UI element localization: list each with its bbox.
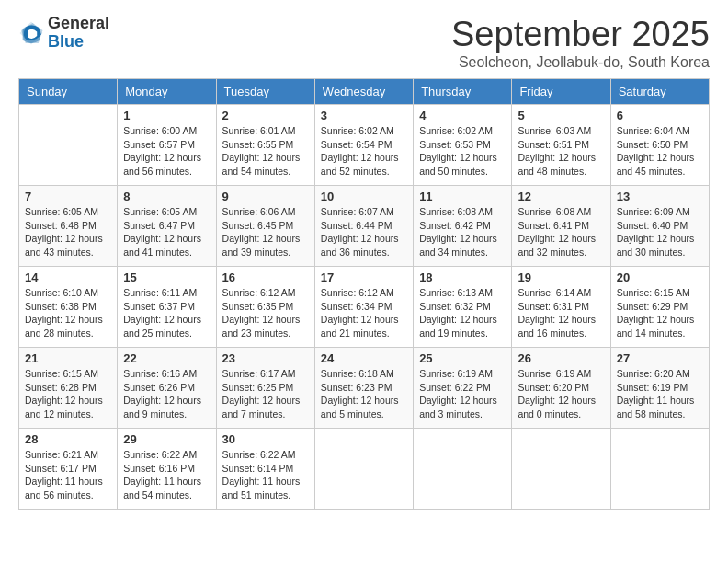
day-number: 23 — [222, 351, 309, 365]
calendar-header-row: SundayMondayTuesdayWednesdayThursdayFrid… — [19, 79, 710, 105]
day-info: Sunrise: 6:08 AM Sunset: 6:41 PM Dayligh… — [518, 205, 604, 259]
logo-blue: Blue — [48, 33, 109, 52]
calendar-cell: 11Sunrise: 6:08 AM Sunset: 6:42 PM Dayli… — [414, 186, 512, 267]
calendar-week-3: 14Sunrise: 6:10 AM Sunset: 6:38 PM Dayli… — [19, 267, 710, 348]
day-number: 11 — [419, 190, 506, 203]
month-title: September 2025 — [451, 15, 710, 54]
day-number: 20 — [617, 270, 703, 284]
calendar-cell: 25Sunrise: 6:19 AM Sunset: 6:22 PM Dayli… — [414, 348, 512, 429]
calendar-cell: 2Sunrise: 6:01 AM Sunset: 6:55 PM Daylig… — [216, 105, 314, 186]
day-info: Sunrise: 6:18 AM Sunset: 6:23 PM Dayligh… — [321, 367, 407, 421]
day-info: Sunrise: 6:15 AM Sunset: 6:28 PM Dayligh… — [25, 367, 111, 421]
day-number: 26 — [518, 351, 604, 365]
calendar-header-tuesday: Tuesday — [216, 79, 314, 105]
day-info: Sunrise: 6:05 AM Sunset: 6:48 PM Dayligh… — [25, 205, 111, 259]
calendar-header-friday: Friday — [512, 79, 610, 105]
calendar-week-4: 21Sunrise: 6:15 AM Sunset: 6:28 PM Dayli… — [19, 348, 710, 429]
day-number: 30 — [222, 432, 309, 446]
calendar-header-wednesday: Wednesday — [314, 79, 413, 105]
calendar-cell: 1Sunrise: 6:00 AM Sunset: 6:57 PM Daylig… — [118, 105, 216, 186]
day-info: Sunrise: 6:19 AM Sunset: 6:22 PM Dayligh… — [419, 367, 506, 421]
day-number: 9 — [222, 190, 309, 203]
calendar-cell — [610, 429, 709, 510]
calendar-week-2: 7Sunrise: 6:05 AM Sunset: 6:48 PM Daylig… — [19, 186, 710, 267]
day-info: Sunrise: 6:09 AM Sunset: 6:40 PM Dayligh… — [617, 205, 703, 259]
day-number: 25 — [419, 351, 506, 365]
calendar-cell: 16Sunrise: 6:12 AM Sunset: 6:35 PM Dayli… — [216, 267, 314, 348]
day-number: 4 — [419, 109, 506, 122]
day-number: 8 — [123, 190, 210, 203]
day-info: Sunrise: 6:08 AM Sunset: 6:42 PM Dayligh… — [419, 205, 506, 259]
day-number: 24 — [321, 351, 407, 365]
calendar-cell: 4Sunrise: 6:02 AM Sunset: 6:53 PM Daylig… — [414, 105, 512, 186]
day-info: Sunrise: 6:10 AM Sunset: 6:38 PM Dayligh… — [25, 286, 111, 340]
calendar-table: SundayMondayTuesdayWednesdayThursdayFrid… — [18, 78, 710, 510]
calendar-cell: 27Sunrise: 6:20 AM Sunset: 6:19 PM Dayli… — [610, 348, 709, 429]
calendar-cell — [19, 105, 118, 186]
logo-general: General — [48, 15, 109, 33]
calendar-cell: 9Sunrise: 6:06 AM Sunset: 6:45 PM Daylig… — [216, 186, 314, 267]
day-info: Sunrise: 6:12 AM Sunset: 6:35 PM Dayligh… — [222, 286, 309, 340]
day-number: 27 — [617, 351, 703, 365]
day-number: 29 — [123, 432, 210, 446]
calendar-cell: 8Sunrise: 6:05 AM Sunset: 6:47 PM Daylig… — [118, 186, 216, 267]
day-info: Sunrise: 6:20 AM Sunset: 6:19 PM Dayligh… — [617, 367, 703, 421]
calendar-cell: 30Sunrise: 6:22 AM Sunset: 6:14 PM Dayli… — [216, 429, 314, 510]
day-info: Sunrise: 6:03 AM Sunset: 6:51 PM Dayligh… — [518, 124, 604, 178]
calendar-cell: 20Sunrise: 6:15 AM Sunset: 6:29 PM Dayli… — [610, 267, 709, 348]
logo-text: General Blue — [48, 15, 109, 52]
day-info: Sunrise: 6:05 AM Sunset: 6:47 PM Dayligh… — [123, 205, 210, 259]
day-number: 18 — [419, 270, 506, 284]
day-number: 16 — [222, 270, 309, 284]
day-number: 12 — [518, 190, 604, 203]
calendar-cell: 21Sunrise: 6:15 AM Sunset: 6:28 PM Dayli… — [19, 348, 118, 429]
day-info: Sunrise: 6:22 AM Sunset: 6:16 PM Dayligh… — [123, 448, 210, 502]
calendar-cell: 29Sunrise: 6:22 AM Sunset: 6:16 PM Dayli… — [118, 429, 216, 510]
day-info: Sunrise: 6:19 AM Sunset: 6:20 PM Dayligh… — [518, 367, 604, 421]
day-number: 17 — [321, 270, 407, 284]
day-info: Sunrise: 6:00 AM Sunset: 6:57 PM Dayligh… — [123, 124, 210, 178]
day-info: Sunrise: 6:07 AM Sunset: 6:44 PM Dayligh… — [321, 205, 407, 259]
calendar-cell: 19Sunrise: 6:14 AM Sunset: 6:31 PM Dayli… — [512, 267, 610, 348]
calendar-header-monday: Monday — [118, 79, 216, 105]
calendar-cell — [512, 429, 610, 510]
day-info: Sunrise: 6:12 AM Sunset: 6:34 PM Dayligh… — [321, 286, 407, 340]
calendar-cell: 3Sunrise: 6:02 AM Sunset: 6:54 PM Daylig… — [314, 105, 413, 186]
calendar-cell: 15Sunrise: 6:11 AM Sunset: 6:37 PM Dayli… — [118, 267, 216, 348]
day-number: 7 — [25, 190, 111, 203]
calendar-cell: 26Sunrise: 6:19 AM Sunset: 6:20 PM Dayli… — [512, 348, 610, 429]
calendar-cell: 23Sunrise: 6:17 AM Sunset: 6:25 PM Dayli… — [216, 348, 314, 429]
calendar-cell — [314, 429, 413, 510]
calendar-cell: 28Sunrise: 6:21 AM Sunset: 6:17 PM Dayli… — [19, 429, 118, 510]
day-number: 14 — [25, 270, 111, 284]
calendar-cell: 12Sunrise: 6:08 AM Sunset: 6:41 PM Dayli… — [512, 186, 610, 267]
day-info: Sunrise: 6:04 AM Sunset: 6:50 PM Dayligh… — [617, 124, 703, 178]
title-block: September 2025 Seolcheon, Jeollabuk-do, … — [451, 15, 710, 71]
day-info: Sunrise: 6:11 AM Sunset: 6:37 PM Dayligh… — [123, 286, 210, 340]
calendar-cell: 14Sunrise: 6:10 AM Sunset: 6:38 PM Dayli… — [19, 267, 118, 348]
day-number: 15 — [123, 270, 210, 284]
day-number: 6 — [617, 109, 703, 122]
day-number: 1 — [123, 109, 210, 122]
day-info: Sunrise: 6:22 AM Sunset: 6:14 PM Dayligh… — [222, 448, 309, 502]
day-info: Sunrise: 6:15 AM Sunset: 6:29 PM Dayligh… — [617, 286, 703, 340]
day-number: 22 — [123, 351, 210, 365]
day-info: Sunrise: 6:02 AM Sunset: 6:53 PM Dayligh… — [419, 124, 506, 178]
day-number: 2 — [222, 109, 309, 122]
calendar-header-sunday: Sunday — [19, 79, 118, 105]
day-info: Sunrise: 6:16 AM Sunset: 6:26 PM Dayligh… — [123, 367, 210, 421]
day-number: 19 — [518, 270, 604, 284]
calendar-header-saturday: Saturday — [610, 79, 709, 105]
day-number: 28 — [25, 432, 111, 446]
day-info: Sunrise: 6:21 AM Sunset: 6:17 PM Dayligh… — [25, 448, 111, 502]
logo: General Blue — [18, 15, 109, 52]
calendar-cell — [414, 429, 512, 510]
calendar-week-5: 28Sunrise: 6:21 AM Sunset: 6:17 PM Dayli… — [19, 429, 710, 510]
day-info: Sunrise: 6:17 AM Sunset: 6:25 PM Dayligh… — [222, 367, 309, 421]
calendar-cell: 17Sunrise: 6:12 AM Sunset: 6:34 PM Dayli… — [314, 267, 413, 348]
day-info: Sunrise: 6:14 AM Sunset: 6:31 PM Dayligh… — [518, 286, 604, 340]
location-subtitle: Seolcheon, Jeollabuk-do, South Korea — [451, 54, 710, 71]
day-number: 5 — [518, 109, 604, 122]
calendar-cell: 13Sunrise: 6:09 AM Sunset: 6:40 PM Dayli… — [610, 186, 709, 267]
calendar-cell: 22Sunrise: 6:16 AM Sunset: 6:26 PM Dayli… — [118, 348, 216, 429]
